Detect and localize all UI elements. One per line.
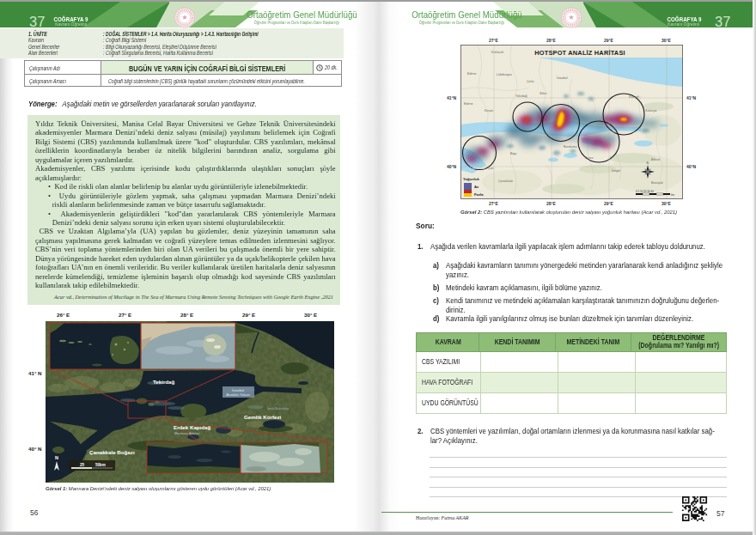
svg-text:Edirne: Edirne <box>464 102 472 106</box>
svg-text:İstanbul: İstanbul <box>557 76 568 80</box>
svg-text:0 5 10 20 30 40: 0 5 10 20 30 40 <box>636 190 654 193</box>
svg-text:Gemlik Körfezi: Gemlik Körfezi <box>244 414 282 420</box>
svg-text:Anadolu Yakası: Anadolu Yakası <box>226 392 250 397</box>
svg-text:Tekirdağ: Tekirdağ <box>515 94 527 98</box>
svg-text:Lüleburgaz: Lüleburgaz <box>497 73 512 76</box>
svg-text:İznik Bakırköy: İznik Bakırköy <box>267 406 289 410</box>
svg-text:Bozüyük: Bozüyük <box>651 181 663 185</box>
svg-text:Kırklareli: Kırklareli <box>491 51 503 54</box>
svg-text:N: N <box>55 455 58 460</box>
svg-text:Kocaeli: Kocaeli <box>629 95 639 99</box>
svg-text:50km: 50km <box>95 463 106 467</box>
svg-text:Silivri: Silivri <box>540 92 547 95</box>
svg-text:25: 25 <box>80 463 85 467</box>
svg-text:Erdek Kapıdağ: Erdek Kapıdağ <box>174 424 211 430</box>
svg-text:Marmara Adaları: Marmara Adaları <box>174 431 200 435</box>
svg-text:Biga: Biga <box>510 152 516 155</box>
svg-text:km: km <box>671 193 675 197</box>
svg-text:Bilecik: Bilecik <box>651 158 661 161</box>
svg-text:Çanakkale Boğazı: Çanakkale Boğazı <box>89 449 135 455</box>
svg-text:Bandırma: Bandırma <box>564 145 577 149</box>
svg-text:Bursa: Bursa <box>585 156 593 160</box>
svg-text:Çan: Çan <box>488 167 494 170</box>
svg-text:Az: Az <box>474 185 479 189</box>
svg-text:Keşan: Keşan <box>485 109 493 112</box>
svg-text:Çanakkale: Çanakkale <box>470 167 485 170</box>
svg-text:Çanakkale: Çanakkale <box>498 179 513 183</box>
svg-text:Edirne: Edirne <box>467 72 476 76</box>
svg-text:Fazla: Fazla <box>474 192 484 197</box>
svg-text:Sakarya: Sakarya <box>645 109 656 112</box>
svg-text:Tekirdağ: Tekirdağ <box>153 379 175 385</box>
svg-text:HOTSPOT ANALİZ HARİTASI: HOTSPOT ANALİZ HARİTASI <box>534 49 625 57</box>
svg-text:İnegöl: İnegöl <box>612 168 620 173</box>
svg-text:Yoğunluk: Yoğunluk <box>463 177 479 181</box>
svg-text:Çorlu: Çorlu <box>527 80 534 83</box>
